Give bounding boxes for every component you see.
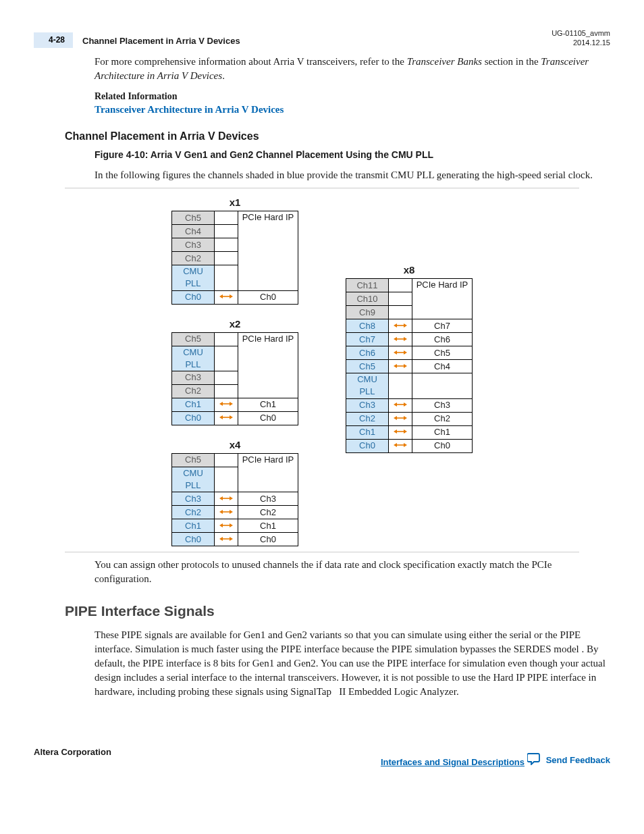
spacer-cell xyxy=(389,306,412,319)
channel-cell: CMU PLL xyxy=(346,373,389,398)
channel-cell: Ch0 xyxy=(172,411,215,425)
figure-left-column: x1Ch5PCIe Hard IPCh4Ch3Ch2CMU PLLCh0Ch0 … xyxy=(171,195,298,546)
pcie-hard-ip-cell: PCIe Hard IP xyxy=(238,332,298,398)
svg-marker-22 xyxy=(394,323,397,328)
fig-x1: x1Ch5PCIe Hard IPCh4Ch3Ch2CMU PLLCh0Ch0 xyxy=(171,195,298,304)
fig-x8: x8Ch11PCIe Hard IPCh10Ch9Ch8Ch7Ch7Ch6Ch6… xyxy=(346,263,473,452)
svg-marker-32 xyxy=(404,364,407,368)
fig-title: x8 xyxy=(346,263,473,277)
table-row: Ch3Ch3 xyxy=(346,398,473,412)
table-row: Ch5PCIe Hard IP xyxy=(172,211,298,225)
table-row: Ch0Ch0 xyxy=(172,411,298,425)
arrow-cell xyxy=(215,398,238,411)
arrow-cell xyxy=(389,425,412,439)
table-row: Ch11PCIe Hard IP xyxy=(346,279,473,292)
svg-marker-2 xyxy=(230,294,233,298)
table-row: Ch1Ch1 xyxy=(172,398,298,411)
map-cell: Ch5 xyxy=(412,346,473,360)
arrow-cell xyxy=(389,333,412,346)
svg-marker-1 xyxy=(219,294,223,298)
section-heading: Channel Placement in Arria V Devices xyxy=(65,129,610,144)
arrow-cell xyxy=(389,439,412,452)
channel-cell: CMU PLL xyxy=(172,265,215,290)
arrow-icon xyxy=(219,400,233,407)
intro-paragraph: For more comprehensive information about… xyxy=(95,55,608,83)
doc-id: UG-01105_avmm xyxy=(552,29,610,37)
channel-cell: Ch4 xyxy=(172,225,215,238)
arrow-icon xyxy=(394,349,407,356)
arrow-cell xyxy=(389,360,412,373)
map-cell: Ch2 xyxy=(412,412,473,425)
table-row: Ch2Ch2 xyxy=(172,506,298,519)
svg-marker-13 xyxy=(219,510,223,514)
table-row: Ch0Ch0 xyxy=(346,439,473,452)
fig-title: x4 xyxy=(171,438,298,452)
channel-cell: Ch5 xyxy=(346,360,389,373)
svg-marker-43 xyxy=(394,443,397,447)
pipe-paragraph: These PIPE signals are available for Gen… xyxy=(95,628,608,699)
table-row: Ch1Ch1 xyxy=(346,425,473,439)
figure-caption: Figure 4-10: Arria V Gen1 and Gen2 Chann… xyxy=(95,149,610,162)
map-cell: Ch0 xyxy=(412,439,473,452)
table-row: Ch0Ch0 xyxy=(172,533,298,546)
arrow-icon xyxy=(219,495,233,502)
send-feedback-link[interactable]: Send Feedback xyxy=(527,753,610,768)
table-row: Ch0Ch0 xyxy=(172,290,298,304)
arrow-cell xyxy=(215,506,238,519)
fig-title: x1 xyxy=(171,195,298,209)
spacer-cell xyxy=(215,453,238,467)
intro-text-3: . xyxy=(222,70,225,81)
spacer-cell xyxy=(215,238,238,252)
spacer-cell xyxy=(389,292,412,306)
footer-section-link[interactable]: Interfaces and Signal Descriptions xyxy=(381,757,525,767)
table-row: Ch5PCIe Hard IP xyxy=(172,453,298,467)
channel-cell: Ch5 xyxy=(172,453,215,467)
channel-cell: Ch11 xyxy=(346,279,389,292)
spacer-cell xyxy=(215,332,238,346)
spacer-cell xyxy=(215,346,238,371)
channel-table: Ch5PCIe Hard IPCh4Ch3Ch2CMU PLLCh0Ch0 xyxy=(171,211,298,304)
svg-marker-31 xyxy=(394,364,397,368)
arrow-icon xyxy=(219,522,233,529)
divider xyxy=(65,552,579,552)
spacer-cell xyxy=(215,211,238,225)
channel-cell: Ch1 xyxy=(346,425,389,439)
pcie-hard-ip-cell: PCIe Hard IP xyxy=(238,453,298,492)
channel-cell: Ch3 xyxy=(172,238,215,252)
svg-marker-5 xyxy=(230,402,233,406)
feedback-icon xyxy=(527,753,542,768)
feedback-label: Send Feedback xyxy=(546,754,610,766)
map-cell: Ch4 xyxy=(412,360,473,373)
svg-marker-41 xyxy=(404,429,407,434)
svg-marker-26 xyxy=(404,337,407,341)
related-info-link[interactable]: Transceiver Architecture in Arria V Devi… xyxy=(95,104,284,115)
svg-marker-35 xyxy=(404,402,407,407)
intro-text-1: For more comprehensive information about… xyxy=(95,56,407,67)
arrow-cell xyxy=(215,533,238,546)
arrow-icon xyxy=(394,336,407,342)
related-info-heading: Related Information xyxy=(95,90,608,103)
intro-italic-1: Transceiver Banks xyxy=(407,56,482,67)
svg-marker-34 xyxy=(394,402,397,407)
svg-marker-14 xyxy=(230,510,233,514)
arrow-icon xyxy=(219,509,233,515)
map-cell: Ch0 xyxy=(238,290,298,304)
channel-cell: Ch8 xyxy=(346,319,389,333)
divider xyxy=(65,188,579,188)
spacer-cell xyxy=(215,467,238,492)
svg-marker-16 xyxy=(219,523,223,527)
channel-cell: Ch7 xyxy=(346,333,389,346)
pcie-hard-ip-cell: PCIe Hard IP xyxy=(412,279,473,319)
arrow-icon xyxy=(394,442,407,448)
spacer-cell xyxy=(215,384,238,398)
doc-date: 2014.12.15 xyxy=(573,38,610,47)
page-footer: Altera Corporation Interfaces and Signal… xyxy=(34,746,610,768)
map-cell: Ch7 xyxy=(412,319,473,333)
svg-marker-40 xyxy=(394,429,397,434)
map-cell: Ch6 xyxy=(412,333,473,346)
svg-marker-25 xyxy=(394,337,397,341)
footer-company: Altera Corporation xyxy=(34,746,111,768)
svg-marker-4 xyxy=(219,402,223,406)
fig-x2: x2Ch5PCIe Hard IPCMU PLLCh3Ch2Ch1Ch1Ch0C… xyxy=(171,317,298,425)
arrow-icon xyxy=(394,363,407,369)
